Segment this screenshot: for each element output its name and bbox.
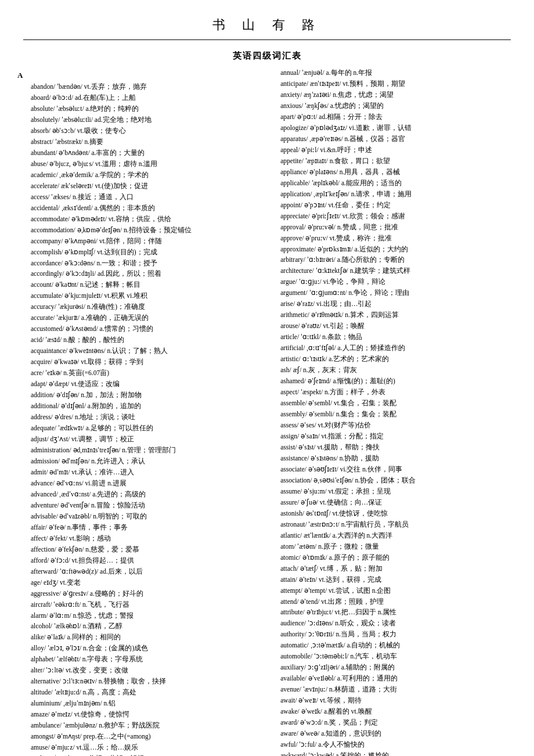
list-item: admit/ ədˈmɪt/ vt.承认；准许…进入 — [17, 467, 255, 478]
list-item: analyse/ ˈænəlaɪz/ vt.分析，分解，解析 — [17, 753, 255, 756]
list-item: artistic/ ɑːˈtɪstɪk/ a.艺术的；艺术家的 — [267, 354, 517, 365]
list-item: apparatus/ ˌæpəˈreɪtəs/ n.器械，仪器；器官 — [267, 134, 517, 145]
list-item: arithmetic/ əˈrɪθmətɪk/ n.算术，四则运算 — [267, 309, 517, 321]
list-item: artificial/ ˌɑːtɪˈfɪʃəl/ a.人工的；矫揉造作的 — [267, 343, 517, 354]
list-item: account/ əˈkaʊnt/ n.记述；解释；帐目 — [17, 279, 255, 290]
list-item: alike/ əˈlaɪk/ a.同样的；相同的 — [17, 632, 255, 643]
section-letter-a-left: A — [17, 71, 255, 80]
list-item: article/ ˈɑːtɪkl/ n.条款；物品 — [267, 332, 517, 343]
list-item: adequate/ ˈædɪkwɪt/ a.足够的；可以胜任的 — [17, 423, 255, 434]
list-item: appliance/ əˈplaɪəns/ n.用具，器具，器械 — [267, 167, 517, 178]
list-item: astonish/ əsˈtɒnɪʃ/ vt.使惊讶，使吃惊 — [267, 508, 517, 519]
list-item: arouse/ əˈraʊz/ vt.引起；唤醒 — [267, 321, 517, 332]
list-item: assess/ əˈses/ vt.对(财产等)估价 — [267, 420, 517, 431]
list-item: absolutely/ ˈæbsəluːtli/ ad.完全地；绝对地 — [17, 114, 255, 125]
list-item: apologize/ əˈpɒlədʒaɪz/ vi.道歉，谢罪，认错 — [267, 123, 517, 134]
list-item: adapt/ əˈdæpt/ vt.使适应；改编 — [17, 379, 255, 390]
list-item: available/ əˈveɪləbl/ a.可利用的；通用的 — [267, 673, 517, 684]
list-item: acquire/ əˈkwaɪə/ vt.取得；获得；学到 — [17, 357, 255, 368]
list-item: atlantic/ ætˈlæntɪk/ a.大西洋的 n.大西洋 — [267, 530, 517, 541]
list-item: accommodate/ əˈkɒmədeɪt/ vt.容纳；供应，供给 — [17, 214, 255, 225]
list-item: ash/ æʃ/ n.灰，灰末；背灰 — [267, 365, 517, 376]
list-item: ambulance/ ˈæmbjulənz/ n.救护车；野战医院 — [17, 720, 255, 731]
book-title: 英语四级词汇表 — [0, 51, 534, 62]
list-item: accordance/ əˈkɔːdəns/ n.一致；和谐；授予 — [17, 258, 255, 269]
list-item: annual/ ˈænjuəl/ a.每年的 n.年报 — [267, 67, 517, 78]
list-item: acre/ ˈeɪkə/ n.英亩(=6.07亩) — [17, 368, 255, 379]
list-item: associate/ əˈsəʊʃɪeɪt/ vi.交往 n.伙伴，同事 — [267, 464, 517, 475]
list-item: anticipate/ ænˈtɪsɪpeɪt/ vt.预料，预期，期望 — [267, 78, 517, 89]
list-item: argue/ ˈɑːɡjuː/ vi.争论，争辩，辩论 — [267, 276, 517, 287]
list-item: amaze/ əˈmeɪz/ vt.使惊奇，使惊愕 — [17, 709, 255, 720]
list-item: attend/ əˈtend/ vt.出席；照顾，护理 — [267, 596, 517, 607]
list-item: acid/ ˈæsɪd/ n.酸；酸的，酸性的 — [17, 334, 255, 345]
list-item: ashamed/ əˈʃeɪmd/ a.惭愧(的)；羞耻(的) — [267, 376, 517, 387]
list-item: accidental/ ˌæksɪˈdentl/ a.偶然的；非本质的 — [17, 203, 255, 214]
list-item: auxiliary/ ɔːɡˈzɪljəri/ a.辅助的；附属的 — [267, 662, 517, 673]
list-item: absolute/ ˈæbsəluːt/ a.绝对的；纯粹的 — [17, 103, 255, 114]
list-item: aspect/ ˈæspekt/ n.方面；样子，外表 — [267, 387, 517, 398]
list-item: assemble/ əˈsembl/ vt.集合，召集；装配 — [267, 398, 517, 409]
list-item: assistance/ əˈsɪstəns/ n.协助，援助 — [267, 453, 517, 464]
list-item: await/ əˈweɪt/ vt.等候，期待 — [267, 695, 517, 706]
list-item: appeal/ əˈpiːl/ vi.&n.呼吁；申述 — [267, 145, 517, 156]
list-item: alloy/ ˈælɔɪ, əˈlɔɪ/ n.合金；(金属的)成色 — [17, 643, 255, 654]
list-item: afterward/ ˈɑːftəwəd(z)/ ad.后来，以后 — [17, 566, 255, 577]
list-item: arbitrary/ ˈɑːbɪtrəri/ a.随心所欲的；专断的 — [267, 254, 517, 265]
list-item: award/ əˈwɔːd/ n.奖，奖品；判定 — [267, 717, 517, 728]
list-item: academic/ ˌækəˈdemik/ a.学院的；学术的 — [17, 170, 255, 181]
list-item: awkward/ ˈɔːkwəd/ a.笨拙的；尴尬的 — [267, 750, 517, 756]
list-item: absorb/ əbˈsɔːb/ vt.吸收；使专心 — [17, 125, 255, 136]
list-item: adjust/ dʒˈʌst/ vt.调整，调节；校正 — [17, 434, 255, 445]
list-item: architecture/ ˈɑːkɪtektʃə/ n.建筑学；建筑式样 — [267, 265, 517, 276]
list-item: attain/ əˈteɪn/ vt.达到，获得，完成 — [267, 574, 517, 585]
list-item: altitude/ ˈæltɪtjuːd/ n.高，高度；高处 — [17, 687, 255, 698]
list-item: adventure/ ədˈventʃə/ n.冒险；惊险活动 — [17, 500, 255, 511]
list-item: abandon/ ˈbændən/ vt.丢弃；放弃，抛弃 — [17, 81, 255, 92]
list-item: argument/ ˈɑːɡjumɑːnt/ n.争论，辩论；理由 — [267, 287, 517, 298]
list-item: attempt/ əˈtempt/ vt.尝试，试图 n.企图 — [267, 585, 517, 596]
list-item: alternative/ ɔːlˈtɜːnətɪv/ n.替换物；取舍，抉择 — [17, 676, 255, 687]
list-item: affair/ əˈfeə/ n.事情，事件；事务 — [17, 522, 255, 533]
list-item: astronaut/ ˈæstrɒnɔːt/ n.宇宙航行员，字航员 — [267, 519, 517, 530]
list-item: abuse/ əˈbjuːz, əˈbjuːs/ vt.滥用；虐待 n.滥用 — [17, 159, 255, 170]
list-item: attach/ əˈtætʃ/ vt.缚，系，贴；附加 — [267, 563, 517, 574]
list-item: appetite/ ˈæpɪtaɪt/ n.食欲，胃口；欲望 — [267, 156, 517, 167]
list-item: accelerate/ ækˈseləreɪt/ vt.(使)加快；促进 — [17, 181, 255, 192]
list-item: affection/ əˈfekʃən/ n.慈爱，爱；爱慕 — [17, 544, 255, 555]
list-item: applicable/ ˈæplɪkəbl/ a.能应用的；适当的 — [267, 178, 517, 189]
list-item: access/ ˈækses/ n.接近；通道，入口 — [17, 192, 255, 203]
list-item: awful/ ˈɔːful/ a.令人不愉快的 — [267, 739, 517, 750]
list-item: atomic/ əˈtɒmɪk/ a.原子的；原子能的 — [267, 552, 517, 563]
list-item: awake/ əˈweɪk/ a.醒着的 vt.唤醒 — [267, 706, 517, 717]
list-item: automobile/ ˈɔːtəməbiːl/ n.汽车，机动车 — [267, 651, 517, 662]
list-item: authority/ ɔːˈθɒrɪti/ n.当局，当局；权力 — [267, 629, 517, 640]
list-item: amuse/ əˈmjuːz/ vt.逗…乐；给…娱乐 — [17, 742, 255, 753]
list-item: alphabet/ ˈælfəbɪt/ n.字母表；字母系统 — [17, 654, 255, 665]
list-item: abstract/ ˈæbstrækt/ n.摘要 — [17, 136, 255, 147]
list-item: aluminium/ ˌæljuˈmɪnjəm/ n.铝 — [17, 698, 255, 709]
list-item: accumulate/ əˈkjuːmjuleɪt/ vt.积累 vi.堆积 — [17, 290, 255, 301]
list-item: affect/ əˈfekt/ vt.影响；感动 — [17, 533, 255, 544]
list-item: accuracy/ ˈækjurəsi/ n.准确(性)；准确度 — [17, 301, 255, 312]
list-item: assign/ əˈsaɪn/ vt.指派；分配；指定 — [267, 431, 517, 442]
list-item: addition/ əˈdɪʃən/ n.加，加法；附加物 — [17, 390, 255, 401]
list-item: alter/ ˈɔːltə/ vt.改变，变更；改做 — [17, 665, 255, 676]
list-item: assembly/ əˈsembli/ n.集合；集会；装配 — [267, 409, 517, 420]
list-item: aware/ əˈweə/ a.知道的，意识到的 — [267, 728, 517, 739]
list-item: aggressive/ əˈɡresɪv/ a.侵略的；好斗的 — [17, 588, 255, 599]
list-item: approximate/ əˈprɒksɪmɪt/ a.近似的；大约的 — [267, 244, 517, 255]
list-item: appreciate/ əˈpriːʃɪeɪt/ vt.欣赏；领会；感谢 — [267, 211, 517, 222]
list-item: administration/ ədˌmɪnɪsˈtreɪʃən/ n.管理；管… — [17, 445, 255, 456]
list-item: address/ əˈdres/ n.地址；演说；谈吐 — [17, 412, 255, 423]
list-item: anxious/ ˈæŋkʃəs/ a.忧虑的；渴望的 — [267, 100, 517, 111]
list-item: accurate/ ˈækjurɪt/ a.准确的，正确无误的 — [17, 312, 255, 323]
list-item: alcohol/ ˈælkəhɒl/ n.酒精，乙醇 — [17, 621, 255, 632]
list-item: accommodation/ əˌkɒməˈdeɪʃən/ n.招待设备；预定铺… — [17, 225, 255, 236]
list-item: avenue/ ˈævɪnjuː/ n.林荫道，道路；大街 — [267, 684, 517, 695]
list-item: assure/ əˈʃuə/ vt.使确信；向…保证 — [267, 497, 517, 508]
list-item: alarm/ əˈlɑːm/ n.惊恐，忧虑；警报 — [17, 610, 255, 621]
list-item: approve/ əˈpruːv/ vt.赞成，称许；批准 — [267, 233, 517, 244]
list-item: application/ ˌæplɪˈkeɪʃən/ n.请求，申请；施用 — [267, 189, 517, 200]
list-item: aboard/ əˈbɔːd/ ad.在船(车)上；上船 — [17, 92, 255, 103]
